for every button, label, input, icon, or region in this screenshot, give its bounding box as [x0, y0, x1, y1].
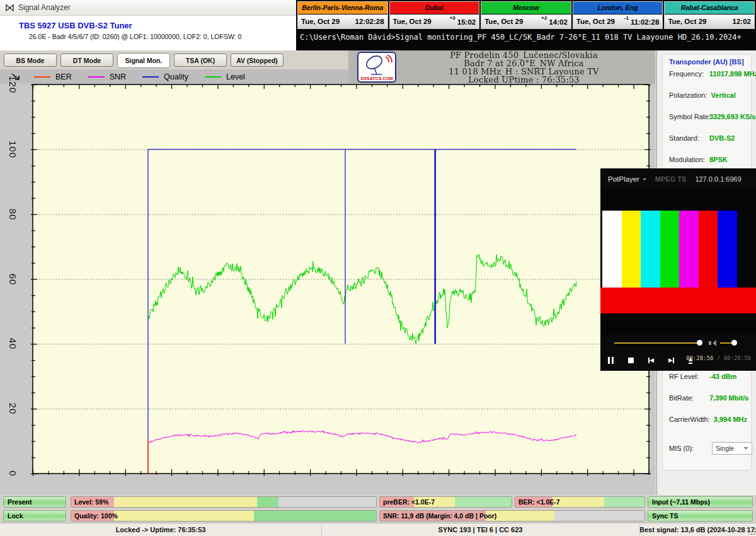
colorbars-test-pattern [602, 211, 737, 288]
legend-item-snr: SNR [88, 73, 126, 81]
tuner-panel: TBS 5927 USB DVB-S2 Tuner 26.0E - Badr 4… [0, 16, 296, 50]
y-axis-tick-label: 0 [8, 470, 18, 476]
clock-city-label: Dubai [390, 2, 479, 15]
toolbar-button-dt-mode[interactable]: DT Mode [60, 54, 113, 67]
colorbar [699, 211, 718, 288]
status-best-signal: Best signal: 13,6 dB (2024-10-28 17:45) [639, 523, 753, 536]
seek-bar[interactable] [614, 342, 700, 344]
status-badge-sync-ts: Sync TS [648, 510, 753, 521]
mis-dropdown[interactable]: Single [712, 442, 752, 455]
toolbar-button-tsa-ok[interactable]: TSA (OK) [174, 54, 227, 67]
potplayer-title: PotPlayer [608, 175, 639, 183]
tuner-header-panel: Signal Analyzer TBS 5927 USB DVB-S2 Tune… [0, 0, 296, 51]
clock-time: Tue, Oct 2912:02 [665, 15, 754, 28]
potplayer-titlebar[interactable]: PotPlayer MPEG TS 127.0.0.1:6969 [600, 168, 756, 190]
transponder-row-standard: Standard:DVB-S2 [669, 133, 748, 154]
stop-button[interactable] [628, 358, 648, 363]
transponder-title: Transponder (AU) [BS] [669, 58, 744, 66]
clock-city-label: London, Eng [573, 2, 663, 15]
colorbar [622, 211, 641, 288]
y-axis-tick-label: 60 [8, 273, 18, 285]
clock-city-label: Moscow [481, 2, 571, 15]
y-axis-tick-label: 20 [8, 403, 18, 415]
transponder-row-frequency: Frequency:11017,898 MHz [669, 69, 748, 90]
y-axis-tick-label: 120 [8, 76, 18, 93]
mis-row: MIS (0): Single [669, 442, 752, 455]
colorbar [641, 211, 660, 288]
toolbar-button-signal-mon[interactable]: Signal Mon. [117, 53, 170, 68]
colorbar [602, 211, 622, 288]
video-area [600, 190, 756, 335]
window-title: Signal Analyzer [18, 3, 71, 12]
clock-time: Tue, Oct 2912:02:28 [298, 15, 387, 28]
status-sync-counters: SYNC 193 | TEI 6 | CC 623 [321, 523, 639, 536]
y-axis-tick-label: 40 [8, 338, 18, 350]
transponder-row-polarization: Polarization:Vertical [669, 90, 748, 112]
tuner-details: 26.0E - Badr 4/5/6/7 (ID: 0260) @ LOF1: … [29, 33, 241, 40]
status-badge-present: Present [3, 496, 66, 508]
signal-chart-region: 120100806040200 [0, 84, 655, 495]
potplayer-menu-chevron-icon[interactable] [643, 178, 646, 182]
status-uptime: Locked -> Uptime: 76:35:53 [0, 523, 321, 536]
meter-row-2: LockQuality: 100%SNR: 11,9 dB (Margin: 4… [0, 510, 756, 521]
colorbar [679, 211, 699, 288]
potplayer-window: PotPlayer MPEG TS 127.0.0.1:6969 ◀ ▶ ▲ 0… [600, 168, 756, 371]
mis-label: MIS (0): [669, 445, 706, 452]
legend-line-snr [88, 76, 105, 78]
tuner-name: TBS 5927 USB DVB-S2 Tuner [19, 21, 132, 30]
transponder-rows-bottom: RF Level:-43 dBmBitRate:7,390 Mbit/sCarr… [669, 371, 748, 436]
clock-city-label: Berlin-Paris-Vienna-Roma [298, 2, 387, 15]
clock-city-label: Rabat-Casablanca [665, 2, 754, 15]
stream-address: 127.0.0.1:6969 [695, 175, 741, 183]
playback-time: 00:28:56 / 00:28:58 [686, 355, 751, 361]
stream-type-label: MPEG TS [655, 175, 687, 183]
volume-knob[interactable] [731, 340, 737, 346]
clock-london-eng: London, EngTue, Oct 29-111:02:28 [573, 1, 663, 29]
signal-analyzer-window: Signal Analyzer TBS 5927 USB DVB-S2 Tune… [0, 0, 756, 536]
legend-item-level: Level [205, 73, 245, 81]
meter-bar-snr: SNR: 11,9 dB (Margin: 4,0 dB | Poor) [379, 510, 645, 521]
clock-berlin-paris-vienna-roma: Berlin-Paris-Vienna-RomaTue, Oct 2912:02… [297, 1, 388, 29]
previous-button[interactable]: ◀ [648, 357, 668, 363]
pause-button[interactable] [608, 357, 628, 364]
app-icon [5, 3, 14, 13]
transponder-row-symbol-rate: Symbol Rate:3329,693 KS/s [669, 112, 748, 133]
colorbars-red-band [600, 288, 756, 313]
potplayer-controls: ◀ ▶ ▲ 00:28:56 / 00:28:58 [600, 335, 756, 371]
status-bar: Locked -> Uptime: 76:35:53 SYNC 193 | TE… [0, 523, 756, 536]
signal-chart-canvas [0, 84, 655, 495]
legend-line-quality [142, 76, 159, 78]
meter-bar-preber: preBER: <1.0E-7 [379, 496, 512, 508]
toolbar-button-av-stopped[interactable]: AV (Stopped) [231, 54, 284, 67]
colorbar [660, 211, 680, 288]
meter-row-1: PresentLevel: 59%preBER: <1.0E-7BER: <1.… [0, 496, 756, 508]
y-axis-tick-label: 100 [8, 141, 18, 158]
dxsatcs-logo: DXSATCS.COM [357, 52, 396, 83]
transponder-row-carrierwidth: CarrierWidth:3,994 MHz [669, 414, 748, 436]
transponder-rows-top: Frequency:11017,898 MHzPolarization:Vert… [669, 69, 748, 176]
clock-time: Tue, Oct 29+214:02 [481, 15, 571, 28]
volume-icon[interactable] [709, 340, 716, 346]
status-badge-input-7-11-mbps: Input (~7,11 Mbps) [648, 496, 753, 508]
signal-meters: PresentLevel: 59%preBER: <1.0E-7BER: <1.… [0, 495, 756, 523]
world-clocks: Berlin-Paris-Vienna-RomaTue, Oct 2912:02… [297, 1, 755, 29]
monitoring-header: DXSATCS.COM PF Prodelin 450_Lučenec/Slov… [348, 50, 655, 84]
meter-bar-ber: BER: <1.0E-7 [515, 496, 645, 508]
clock-moscow: MoscowTue, Oct 29+214:02 [481, 1, 571, 29]
meter-bar-level: Level: 59% [71, 496, 377, 508]
transponder-row-rf-level: RF Level:-43 dBm [669, 371, 748, 393]
legend-item-quality: Quality [142, 73, 188, 81]
mis-value: Single [716, 445, 734, 452]
y-axis-tick-label: 80 [8, 208, 18, 220]
legend-line-level [205, 76, 221, 78]
status-badge-lock: Lock [3, 510, 66, 521]
chevron-down-icon [743, 447, 748, 452]
legend-line-ber [34, 76, 50, 78]
header-line: Locked UPtime : 76:35:53 [399, 76, 649, 84]
satellite-dish-icon [359, 53, 394, 77]
seek-knob[interactable] [697, 340, 702, 346]
transponder-row-bitrate: BitRate:7,390 Mbit/s [669, 393, 748, 414]
toolbar-button-bs-mode[interactable]: BS Mode [4, 54, 57, 67]
clock-dubai: DubaiTue, Oct 29+315:02 [389, 1, 480, 29]
console-command-line: C:\Users\Roman Dávid>Signal monitoring_P… [300, 33, 753, 42]
